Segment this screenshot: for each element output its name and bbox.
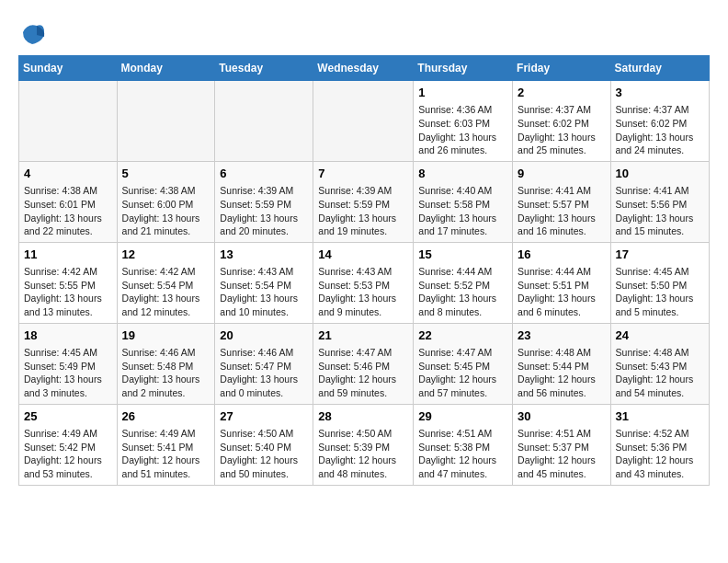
calendar-cell: 28Sunrise: 4:50 AM Sunset: 5:39 PM Dayli… (313, 404, 414, 485)
day-detail: Sunrise: 4:52 AM Sunset: 5:36 PM Dayligh… (616, 427, 704, 481)
day-number: 4 (24, 166, 112, 182)
day-number: 21 (318, 327, 408, 344)
day-detail: Sunrise: 4:38 AM Sunset: 6:00 PM Dayligh… (122, 184, 210, 238)
day-number: 27 (220, 408, 308, 425)
calendar-cell: 15Sunrise: 4:44 AM Sunset: 5:52 PM Dayli… (414, 242, 513, 323)
weekday-header: Friday (513, 56, 611, 81)
day-number: 19 (122, 327, 210, 344)
day-detail: Sunrise: 4:50 AM Sunset: 5:40 PM Dayligh… (220, 427, 308, 481)
calendar-cell: 11Sunrise: 4:42 AM Sunset: 5:55 PM Dayli… (19, 242, 118, 323)
weekday-header: Thursday (414, 56, 513, 81)
day-number: 22 (418, 327, 507, 344)
day-number: 17 (616, 247, 704, 263)
day-number: 18 (24, 327, 112, 344)
day-detail: Sunrise: 4:46 AM Sunset: 5:47 PM Dayligh… (220, 346, 308, 400)
day-number: 10 (616, 166, 704, 182)
day-detail: Sunrise: 4:38 AM Sunset: 6:01 PM Dayligh… (24, 184, 112, 238)
day-number: 1 (418, 85, 507, 101)
calendar-cell: 4Sunrise: 4:38 AM Sunset: 6:01 PM Daylig… (19, 161, 118, 242)
day-number: 23 (518, 327, 606, 344)
calendar-cell (117, 81, 215, 162)
day-number: 15 (418, 247, 507, 263)
calendar-cell: 29Sunrise: 4:51 AM Sunset: 5:38 PM Dayli… (414, 404, 513, 485)
day-detail: Sunrise: 4:44 AM Sunset: 5:52 PM Dayligh… (418, 265, 507, 319)
calendar-cell: 31Sunrise: 4:52 AM Sunset: 5:36 PM Dayli… (610, 404, 709, 485)
day-detail: Sunrise: 4:44 AM Sunset: 5:51 PM Dayligh… (518, 265, 606, 319)
calendar-cell: 10Sunrise: 4:41 AM Sunset: 5:56 PM Dayli… (610, 161, 709, 242)
day-detail: Sunrise: 4:50 AM Sunset: 5:39 PM Dayligh… (318, 427, 408, 481)
logo-icon (18, 18, 46, 46)
weekday-header: Tuesday (215, 56, 313, 81)
day-number: 5 (122, 166, 210, 182)
day-number: 8 (418, 166, 507, 182)
calendar-week-row: 1Sunrise: 4:36 AM Sunset: 6:03 PM Daylig… (19, 81, 710, 162)
day-detail: Sunrise: 4:47 AM Sunset: 5:45 PM Dayligh… (418, 346, 507, 400)
calendar-cell (19, 81, 118, 162)
calendar-cell: 12Sunrise: 4:42 AM Sunset: 5:54 PM Dayli… (117, 242, 215, 323)
calendar-cell: 17Sunrise: 4:45 AM Sunset: 5:50 PM Dayli… (610, 242, 709, 323)
calendar-cell: 16Sunrise: 4:44 AM Sunset: 5:51 PM Dayli… (513, 242, 611, 323)
day-detail: Sunrise: 4:47 AM Sunset: 5:46 PM Dayligh… (318, 346, 408, 400)
calendar-cell: 19Sunrise: 4:46 AM Sunset: 5:48 PM Dayli… (117, 323, 215, 404)
day-number: 6 (220, 166, 308, 182)
calendar-cell: 13Sunrise: 4:43 AM Sunset: 5:54 PM Dayli… (215, 242, 313, 323)
header-row: SundayMondayTuesdayWednesdayThursdayFrid… (19, 56, 710, 81)
day-number: 28 (318, 408, 408, 425)
calendar-cell: 8Sunrise: 4:40 AM Sunset: 5:58 PM Daylig… (414, 161, 513, 242)
day-detail: Sunrise: 4:51 AM Sunset: 5:38 PM Dayligh… (418, 427, 507, 481)
calendar-week-row: 25Sunrise: 4:49 AM Sunset: 5:42 PM Dayli… (19, 404, 710, 485)
day-detail: Sunrise: 4:49 AM Sunset: 5:41 PM Dayligh… (122, 427, 210, 481)
calendar-week-row: 11Sunrise: 4:42 AM Sunset: 5:55 PM Dayli… (19, 242, 710, 323)
calendar-cell: 21Sunrise: 4:47 AM Sunset: 5:46 PM Dayli… (313, 323, 414, 404)
weekday-header: Monday (117, 56, 215, 81)
calendar-cell: 25Sunrise: 4:49 AM Sunset: 5:42 PM Dayli… (19, 404, 118, 485)
day-number: 20 (220, 327, 308, 344)
day-detail: Sunrise: 4:41 AM Sunset: 5:57 PM Dayligh… (518, 184, 606, 238)
page-header (18, 18, 710, 46)
day-number: 12 (122, 247, 210, 263)
day-detail: Sunrise: 4:42 AM Sunset: 5:54 PM Dayligh… (122, 265, 210, 319)
calendar-cell: 7Sunrise: 4:39 AM Sunset: 5:59 PM Daylig… (313, 161, 414, 242)
weekday-header: Saturday (610, 56, 709, 81)
day-number: 30 (518, 408, 606, 425)
calendar-cell (215, 81, 313, 162)
calendar-cell: 27Sunrise: 4:50 AM Sunset: 5:40 PM Dayli… (215, 404, 313, 485)
day-detail: Sunrise: 4:41 AM Sunset: 5:56 PM Dayligh… (616, 184, 704, 238)
day-number: 11 (24, 247, 112, 263)
weekday-header: Sunday (19, 56, 118, 81)
day-detail: Sunrise: 4:48 AM Sunset: 5:43 PM Dayligh… (616, 346, 704, 400)
calendar-cell: 18Sunrise: 4:45 AM Sunset: 5:49 PM Dayli… (19, 323, 118, 404)
day-detail: Sunrise: 4:39 AM Sunset: 5:59 PM Dayligh… (220, 184, 308, 238)
calendar-week-row: 18Sunrise: 4:45 AM Sunset: 5:49 PM Dayli… (19, 323, 710, 404)
day-detail: Sunrise: 4:40 AM Sunset: 5:58 PM Dayligh… (418, 184, 507, 238)
day-detail: Sunrise: 4:48 AM Sunset: 5:44 PM Dayligh… (518, 346, 606, 400)
calendar-cell: 26Sunrise: 4:49 AM Sunset: 5:41 PM Dayli… (117, 404, 215, 485)
day-detail: Sunrise: 4:39 AM Sunset: 5:59 PM Dayligh… (318, 184, 408, 238)
calendar-cell: 24Sunrise: 4:48 AM Sunset: 5:43 PM Dayli… (610, 323, 709, 404)
calendar-cell: 30Sunrise: 4:51 AM Sunset: 5:37 PM Dayli… (513, 404, 611, 485)
calendar-cell: 20Sunrise: 4:46 AM Sunset: 5:47 PM Dayli… (215, 323, 313, 404)
calendar-cell: 3Sunrise: 4:37 AM Sunset: 6:02 PM Daylig… (610, 81, 709, 162)
day-number: 25 (24, 408, 112, 425)
day-number: 7 (318, 166, 408, 182)
weekday-header: Wednesday (313, 56, 414, 81)
calendar-week-row: 4Sunrise: 4:38 AM Sunset: 6:01 PM Daylig… (19, 161, 710, 242)
day-detail: Sunrise: 4:37 AM Sunset: 6:02 PM Dayligh… (616, 103, 704, 157)
calendar-cell: 2Sunrise: 4:37 AM Sunset: 6:02 PM Daylig… (513, 81, 611, 162)
day-detail: Sunrise: 4:43 AM Sunset: 5:54 PM Dayligh… (220, 265, 308, 319)
day-number: 31 (616, 408, 704, 425)
day-number: 29 (418, 408, 507, 425)
calendar-table: SundayMondayTuesdayWednesdayThursdayFrid… (18, 55, 710, 486)
day-number: 14 (318, 247, 408, 263)
day-number: 9 (518, 166, 606, 182)
day-detail: Sunrise: 4:42 AM Sunset: 5:55 PM Dayligh… (24, 265, 112, 319)
day-number: 13 (220, 247, 308, 263)
calendar-cell: 22Sunrise: 4:47 AM Sunset: 5:45 PM Dayli… (414, 323, 513, 404)
day-detail: Sunrise: 4:43 AM Sunset: 5:53 PM Dayligh… (318, 265, 408, 319)
day-detail: Sunrise: 4:37 AM Sunset: 6:02 PM Dayligh… (518, 103, 606, 157)
day-detail: Sunrise: 4:49 AM Sunset: 5:42 PM Dayligh… (24, 427, 112, 481)
day-number: 16 (518, 247, 606, 263)
day-detail: Sunrise: 4:36 AM Sunset: 6:03 PM Dayligh… (418, 103, 507, 157)
day-detail: Sunrise: 4:45 AM Sunset: 5:49 PM Dayligh… (24, 346, 112, 400)
day-detail: Sunrise: 4:46 AM Sunset: 5:48 PM Dayligh… (122, 346, 210, 400)
